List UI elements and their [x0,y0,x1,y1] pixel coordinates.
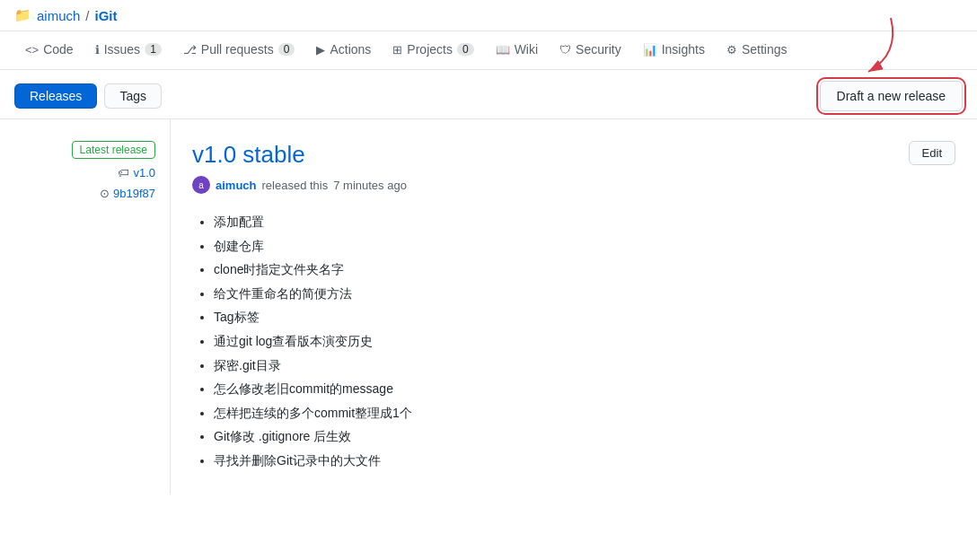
note-item: 给文件重命名的简便方法 [214,282,955,306]
commit-icon: ⊙ [100,187,110,200]
repo-icon: 📁 [14,7,31,23]
sub-header-buttons: Releases Tags [14,83,162,109]
edit-button[interactable]: Edit [909,141,955,165]
tab-wiki[interactable]: 📖 Wiki [485,31,549,69]
tag-icon: 🏷 [118,166,129,179]
release-title[interactable]: v1.0 stable [192,141,305,169]
issues-badge: 1 [145,43,162,56]
actions-icon: ▶ [316,43,325,57]
release-meta: a aimuch released this 7 minutes ago [192,176,955,194]
release-author[interactable]: aimuch [216,179,257,192]
tag-line: 🏷 v1.0 [118,166,155,179]
wiki-icon: 📖 [496,43,510,57]
latest-release-badge: Latest release [72,141,155,159]
note-item: 创建仓库 [214,234,955,258]
note-item: 探密.git目录 [214,354,955,378]
tab-actions[interactable]: ▶ Actions [305,31,382,69]
release-time: 7 minutes ago [333,179,407,192]
tab-issues[interactable]: ℹ Issues 1 [84,31,172,69]
draft-area: Draft a new release [820,81,963,111]
tab-actions-label: Actions [330,42,371,57]
tab-security[interactable]: 🛡 Security [549,31,632,69]
nav-tabs: <> Code ℹ Issues 1 ⎇ Pull requests 0 ▶ A… [0,31,977,70]
security-icon: 🛡 [559,43,571,57]
repo-name[interactable]: iGit [95,8,118,23]
repo-owner[interactable]: aimuch [37,8,80,23]
tab-projects[interactable]: ⊞ Projects 0 [382,31,484,69]
note-item: clone时指定文件夹名字 [214,258,955,282]
release-notes: 添加配置创建仓库clone时指定文件夹名字给文件重命名的简便方法Tag标签通过g… [192,210,955,473]
projects-icon: ⊞ [392,43,402,57]
tab-insights-label: Insights [662,42,705,57]
commit-link[interactable]: 9b19f87 [113,187,155,200]
code-icon: <> [25,43,39,57]
tab-settings[interactable]: ⚙ Settings [716,31,798,69]
avatar-initials: a [198,180,204,190]
pr-icon: ⎇ [183,43,197,57]
release-layout: Latest release 🏷 v1.0 ⊙ 9b19f87 v1.0 sta… [0,118,977,494]
note-item: Tag标签 [214,305,955,329]
separator: / [85,8,89,23]
draft-new-release-button[interactable]: Draft a new release [820,81,963,111]
tab-code-label: Code [43,42,73,57]
tab-security-label: Security [576,42,621,57]
note-item: 怎样把连续的多个commit整理成1个 [214,401,955,425]
release-title-row: v1.0 stable Edit [192,141,955,169]
issues-icon: ℹ [95,43,100,57]
releases-button[interactable]: Releases [14,83,97,109]
repo-header: 📁 aimuch / iGit [0,0,977,31]
avatar: a [192,176,210,194]
projects-badge: 0 [457,43,474,56]
pr-badge: 0 [278,43,295,56]
tab-insights[interactable]: 📊 Insights [632,31,716,69]
tab-settings-label: Settings [742,42,788,57]
tab-pull-requests[interactable]: ⎇ Pull requests 0 [172,31,306,69]
tab-wiki-label: Wiki [515,42,538,57]
note-item: 通过git log查看版本演变历史 [214,329,955,354]
tab-issues-label: Issues [104,42,140,57]
release-action: released this [262,179,329,192]
tags-button[interactable]: Tags [104,83,162,109]
note-item: 添加配置 [214,210,955,234]
release-sidebar: Latest release 🏷 v1.0 ⊙ 9b19f87 [0,119,171,494]
commit-line: ⊙ 9b19f87 [100,187,155,200]
notes-list: 添加配置创建仓库clone时指定文件夹名字给文件重命名的简便方法Tag标签通过g… [192,210,955,473]
tab-projects-label: Projects [407,42,453,57]
tab-pr-label: Pull requests [201,42,274,57]
tag-link[interactable]: v1.0 [133,166,155,179]
note-item: 寻找并删除Git记录中的大文件 [214,449,955,473]
note-item: Git修改 .gitignore 后生效 [214,424,955,449]
tab-code[interactable]: <> Code [14,31,84,69]
note-item: 怎么修改老旧commit的message [214,377,955,401]
release-content: v1.0 stable Edit a aimuch released this … [171,119,977,494]
settings-icon: ⚙ [726,43,737,57]
insights-icon: 📊 [643,43,657,57]
